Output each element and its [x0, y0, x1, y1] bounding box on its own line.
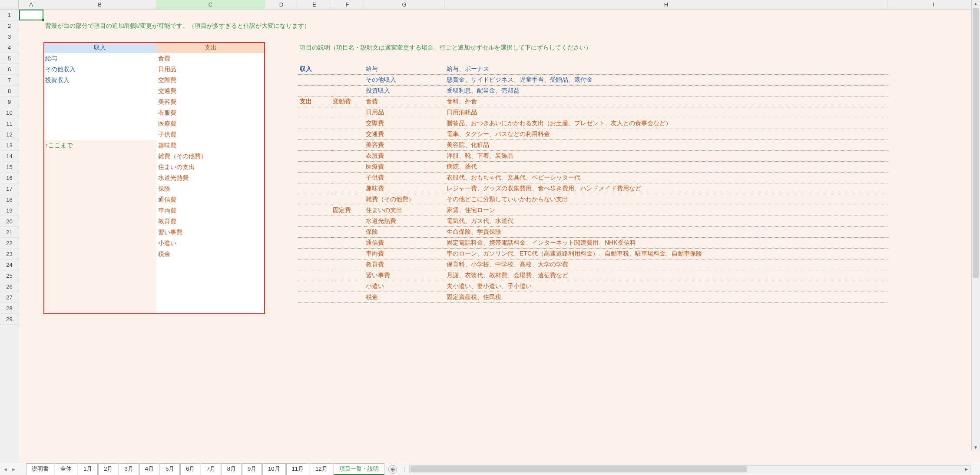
expl-fix-desc-3[interactable]: 固定電話料金、携帯電話料金、インターネット関連費用、NHK受信料 [445, 238, 888, 249]
row-header-23[interactable]: 23 [0, 249, 19, 259]
income-item-2[interactable]: 投資収入 [43, 75, 156, 86]
row-header-26[interactable]: 26 [0, 281, 19, 292]
column-header-A[interactable]: A [19, 0, 43, 9]
expl-variable-label[interactable] [331, 129, 364, 140]
expl-var-desc-1[interactable]: 日用消耗品 [445, 107, 888, 118]
sheet-tab-9月[interactable]: 9月 [242, 463, 262, 475]
expense-item-8[interactable]: 趣味費 [156, 140, 265, 151]
expl-var-desc-9[interactable]: その他どこに分類していいかわからない支出 [445, 194, 888, 205]
expl-var-name-2[interactable]: 交際費 [364, 118, 445, 129]
sheet-tab-6月[interactable]: 6月 [180, 463, 200, 475]
expl-fixed-label[interactable] [331, 216, 364, 227]
expense-item-18[interactable]: 税金 [156, 249, 265, 259]
expl-income-desc-1[interactable]: 懸賞金、サイドビジネス、児童手当、受贈品、還付金 [445, 75, 888, 86]
expl-variable-label[interactable] [331, 107, 364, 118]
expl-fix-name-3[interactable]: 通信費 [364, 238, 445, 249]
expl-expense-label[interactable] [298, 151, 331, 162]
expl-expense-label[interactable] [298, 107, 331, 118]
expense-item-10[interactable]: 住まいの支出 [156, 162, 265, 173]
row-header-24[interactable]: 24 [0, 259, 19, 270]
expl-fixed-label[interactable]: 固定費 [331, 205, 364, 216]
expl-variable-label[interactable] [331, 118, 364, 129]
row-header-20[interactable]: 20 [0, 216, 19, 227]
tab-nav-first-icon[interactable]: ◄ [2, 467, 9, 472]
row-header-21[interactable]: 21 [0, 227, 19, 238]
sheet-tab-1月[interactable]: 1月 [78, 463, 98, 475]
add-sheet-button[interactable]: ⊕ [388, 465, 397, 474]
expl-var-desc-2[interactable]: 贈答品、おつきあいにかかわる支出（お土産、プレゼント、友人との食事会など） [445, 118, 888, 129]
row-header-29[interactable]: 29 [0, 314, 19, 325]
expense-item-1[interactable]: 日用品 [156, 64, 265, 75]
expl-variable-label[interactable] [331, 183, 364, 194]
expl-fix-desc-0[interactable]: 家賃、住宅ローン [445, 205, 888, 216]
expl-fix-desc-1[interactable]: 電気代、ガス代、水道代 [445, 216, 888, 227]
expl-fix-name-0[interactable]: 住まいの支出 [364, 205, 445, 216]
expl-var-name-4[interactable]: 美容費 [364, 140, 445, 151]
income-item-8[interactable]: ↑ここまで [43, 140, 156, 151]
expense-item-4[interactable]: 美容費 [156, 96, 265, 107]
row-header-5[interactable]: 5 [0, 53, 19, 64]
row-header-27[interactable]: 27 [0, 292, 19, 303]
expl-fixed-label[interactable] [331, 238, 364, 249]
tab-split-handle[interactable]: ⋮ [401, 466, 405, 473]
row-header-22[interactable]: 22 [0, 238, 19, 249]
expl-expense-label[interactable] [298, 183, 331, 194]
expl-fix-name-5[interactable]: 教育費 [364, 259, 445, 270]
column-header-I[interactable]: I [888, 0, 979, 9]
expl-fix-name-8[interactable]: 税金 [364, 292, 445, 303]
sheet-tab-説明書[interactable]: 説明書 [26, 463, 54, 475]
scroll-up-arrow[interactable]: ▲ [972, 0, 980, 7]
row-header-14[interactable]: 14 [0, 151, 19, 162]
expense-item-13[interactable]: 通信費 [156, 194, 265, 205]
row-header-17[interactable]: 17 [0, 183, 19, 194]
expl-expense-label[interactable] [298, 162, 331, 173]
expl-var-name-3[interactable]: 交通費 [364, 129, 445, 140]
scroll-down-arrow[interactable]: ▼ [972, 444, 980, 451]
row-header-7[interactable]: 7 [0, 75, 19, 86]
expl-fix-desc-2[interactable]: 生命保険、学資保険 [445, 227, 888, 238]
explanation-title[interactable]: 項目の説明（項目名・説明文は適宜変更する場合、行ごと追加せずセルを選択して下にず… [298, 42, 888, 53]
expl-fix-desc-5[interactable]: 保育料、小学校、中学校、高校、大学の学費 [445, 259, 888, 270]
expl-expense-label[interactable] [298, 173, 331, 183]
scroll-right-arrow[interactable]: ► [963, 466, 970, 473]
expl-income-label[interactable] [298, 75, 331, 86]
sheet-tab-11月[interactable]: 11月 [286, 463, 309, 475]
column-header-F[interactable]: F [331, 0, 364, 9]
column-header-B[interactable]: B [43, 0, 156, 9]
expl-fixed-label[interactable] [331, 249, 364, 259]
column-header-C[interactable]: C [156, 0, 265, 9]
expense-item-12[interactable]: 保険 [156, 183, 265, 194]
row-header-4[interactable]: 4 [0, 42, 19, 53]
expl-variable-label[interactable] [331, 140, 364, 151]
spreadsheet-grid[interactable]: ABCDEFGHI 背景が白の部分で項目の追加/削除/変更が可能です。（項目が多… [19, 0, 980, 463]
expl-income-name-0[interactable]: 給与 [364, 64, 445, 75]
expense-item-2[interactable]: 交際費 [156, 75, 265, 86]
expl-fix-desc-8[interactable]: 固定資産税、住民税 [445, 292, 888, 303]
expense-item-5[interactable]: 衣服費 [156, 107, 265, 118]
row-header-15[interactable]: 15 [0, 162, 19, 173]
row-header-8[interactable]: 8 [0, 86, 19, 96]
row-header-28[interactable]: 28 [0, 303, 19, 314]
expense-item-14[interactable]: 車両費 [156, 205, 265, 216]
row-header-3[interactable]: 3 [0, 31, 19, 42]
expense-item-6[interactable]: 医療費 [156, 118, 265, 129]
sheet-tab-項目一覧・説明[interactable]: 項目一覧・説明 [334, 463, 384, 475]
expl-fixed-label[interactable] [331, 227, 364, 238]
row-header-2[interactable]: 2 [0, 20, 19, 31]
expl-income-label[interactable] [298, 86, 331, 96]
sheet-tab-10月[interactable]: 10月 [262, 463, 285, 475]
income-item-0[interactable]: 給与 [43, 53, 156, 64]
row-header-18[interactable]: 18 [0, 194, 19, 205]
expl-income-label[interactable]: 収入 [298, 64, 331, 75]
expense-item-3[interactable]: 交通費 [156, 86, 265, 96]
expl-fix-name-7[interactable]: 小遣い [364, 281, 445, 292]
expl-fix-name-6[interactable]: 習い事費 [364, 270, 445, 281]
expense-item-9[interactable]: 雑費（その他費） [156, 151, 265, 162]
expl-fixed-label[interactable] [331, 270, 364, 281]
row-header-1[interactable]: 1 [0, 10, 19, 20]
expl-income-desc-0[interactable]: 給与、ボーナス [445, 64, 888, 75]
expense-item-7[interactable]: 子供費 [156, 129, 265, 140]
expl-variable-label[interactable] [331, 151, 364, 162]
expl-fixed-label[interactable] [331, 292, 364, 303]
expl-income-desc-2[interactable]: 受取利息、配当金、売却益 [445, 86, 888, 96]
